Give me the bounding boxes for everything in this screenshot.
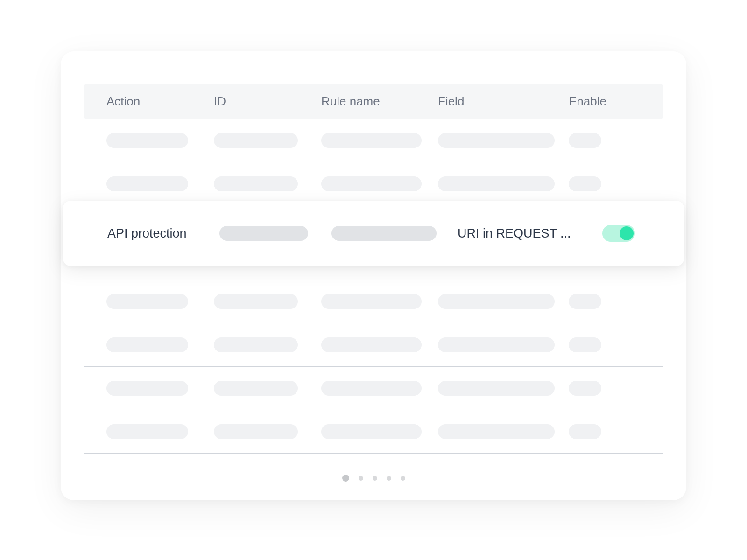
rules-table: Action ID Rule name Field Enable API pro…	[84, 84, 663, 454]
table-header: Action ID Rule name Field Enable	[84, 84, 663, 119]
header-rule-name: Rule name	[321, 94, 438, 109]
skeleton-placeholder	[214, 294, 298, 309]
table-row[interactable]	[84, 162, 663, 205]
skeleton-placeholder	[569, 337, 601, 352]
skeleton-placeholder	[321, 176, 422, 191]
pagination-dot-5[interactable]	[401, 476, 405, 481]
skeleton-placeholder	[214, 381, 298, 396]
table-row[interactable]	[84, 119, 663, 162]
header-action: Action	[106, 94, 214, 109]
rules-card: Action ID Rule name Field Enable API pro…	[61, 51, 686, 500]
header-enable: Enable	[569, 94, 641, 109]
skeleton-placeholder	[214, 337, 298, 352]
skeleton-placeholder	[321, 337, 422, 352]
pagination	[84, 454, 663, 482]
header-field: Field	[438, 94, 569, 109]
skeleton-placeholder	[106, 294, 188, 309]
pagination-dot-1[interactable]	[342, 475, 349, 482]
skeleton-placeholder	[569, 176, 601, 191]
skeleton-placeholder	[569, 294, 601, 309]
skeleton-placeholder	[438, 337, 555, 352]
skeleton-placeholder	[438, 294, 555, 309]
pagination-dot-2[interactable]	[359, 476, 363, 481]
skeleton-placeholder	[321, 294, 422, 309]
skeleton-placeholder	[214, 133, 298, 148]
table-row[interactable]	[84, 367, 663, 410]
skeleton-placeholder	[438, 176, 555, 191]
skeleton-placeholder	[106, 424, 188, 439]
skeleton-placeholder	[106, 381, 188, 396]
skeleton-placeholder	[214, 424, 298, 439]
skeleton-placeholder	[106, 133, 188, 148]
pagination-dot-3[interactable]	[373, 476, 377, 481]
row-field-value: URI in REQUEST ...	[458, 226, 602, 241]
skeleton-placeholder	[106, 176, 188, 191]
skeleton-placeholder	[219, 226, 308, 241]
row-action-value: API protection	[107, 226, 219, 241]
skeleton-placeholder	[569, 424, 601, 439]
toggle-knob	[620, 226, 634, 240]
pagination-dot-4[interactable]	[387, 476, 391, 481]
skeleton-placeholder	[214, 176, 298, 191]
table-row[interactable]	[84, 280, 663, 323]
skeleton-placeholder	[438, 381, 555, 396]
skeleton-placeholder	[331, 226, 437, 241]
header-id: ID	[214, 94, 321, 109]
table-row[interactable]	[84, 323, 663, 367]
highlighted-row[interactable]: API protection URI in REQUEST ...	[63, 201, 684, 266]
skeleton-placeholder	[438, 424, 555, 439]
table-row[interactable]	[84, 410, 663, 454]
skeleton-placeholder	[321, 133, 422, 148]
skeleton-placeholder	[569, 381, 601, 396]
skeleton-placeholder	[438, 133, 555, 148]
skeleton-placeholder	[321, 424, 422, 439]
skeleton-placeholder	[321, 381, 422, 396]
skeleton-placeholder	[106, 337, 188, 352]
skeleton-placeholder	[569, 133, 601, 148]
enable-toggle[interactable]	[602, 225, 635, 242]
